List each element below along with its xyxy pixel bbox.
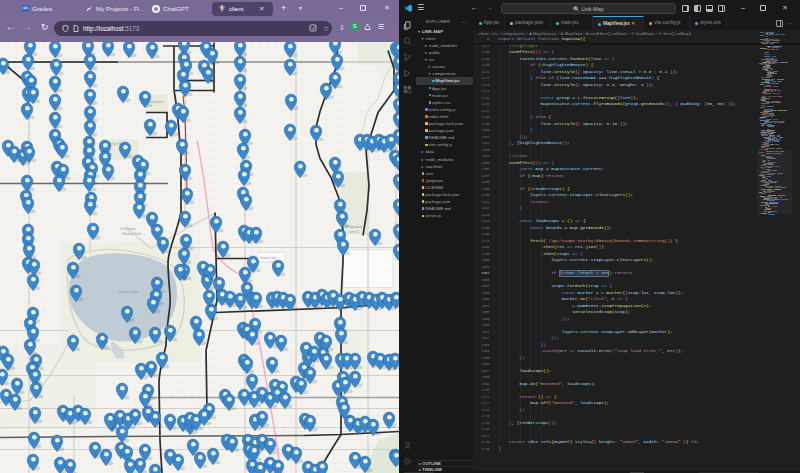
svg-text:Green Lake: Green Lake: [118, 288, 140, 293]
svg-text:Computer: Computer: [148, 99, 165, 103]
svg-text:Wading Pool: Wading Pool: [122, 231, 141, 235]
svg-text:...um Cl: ...um Cl: [347, 229, 359, 233]
svg-text:Green Lake: Green Lake: [260, 255, 277, 259]
svg-text:Greenlake: Greenlake: [120, 226, 136, 230]
